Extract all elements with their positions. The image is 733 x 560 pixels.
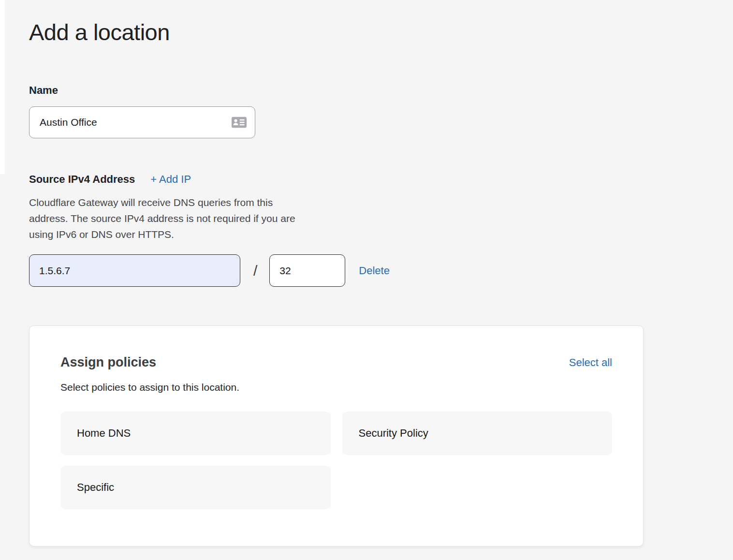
cidr-prefix-input[interactable] [269, 254, 345, 287]
assign-policies-subtitle: Select policies to assign to this locati… [60, 382, 612, 393]
policy-option-specific[interactable]: Specific [60, 466, 331, 509]
source-ip-description: Cloudflare Gateway will receive DNS quer… [29, 194, 308, 242]
ip-entry-row: / Delete [29, 254, 733, 287]
assign-policies-title: Assign policies [60, 355, 156, 370]
cidr-separator: / [253, 263, 257, 279]
name-field-wrapper [29, 106, 255, 138]
source-ip-header: Source IPv4 Address + Add IP [29, 173, 733, 186]
add-location-page: Add a location Name Source IPv4 Address … [0, 0, 733, 560]
delete-ip-link[interactable]: Delete [359, 265, 390, 277]
policy-label: Specific [77, 481, 114, 494]
policy-option-security-policy[interactable]: Security Policy [342, 412, 613, 455]
add-ip-link[interactable]: + Add IP [150, 173, 191, 186]
policy-label: Security Policy [359, 427, 428, 440]
name-label: Name [29, 84, 733, 97]
assign-policies-header: Assign policies Select all [60, 355, 612, 370]
ipv4-address-input[interactable] [29, 254, 240, 287]
contact-card-icon[interactable] [232, 117, 247, 128]
policy-label: Home DNS [77, 427, 131, 440]
policy-grid: Home DNS Security Policy Specific [60, 412, 612, 509]
select-all-link[interactable]: Select all [569, 356, 612, 369]
page-title: Add a location [29, 19, 733, 45]
assign-policies-card: Assign policies Select all Select polici… [29, 325, 644, 546]
page-edge-highlight [0, 0, 5, 174]
name-input[interactable] [29, 106, 255, 138]
policy-option-home-dns[interactable]: Home DNS [60, 412, 331, 455]
source-ip-label: Source IPv4 Address [29, 173, 135, 186]
